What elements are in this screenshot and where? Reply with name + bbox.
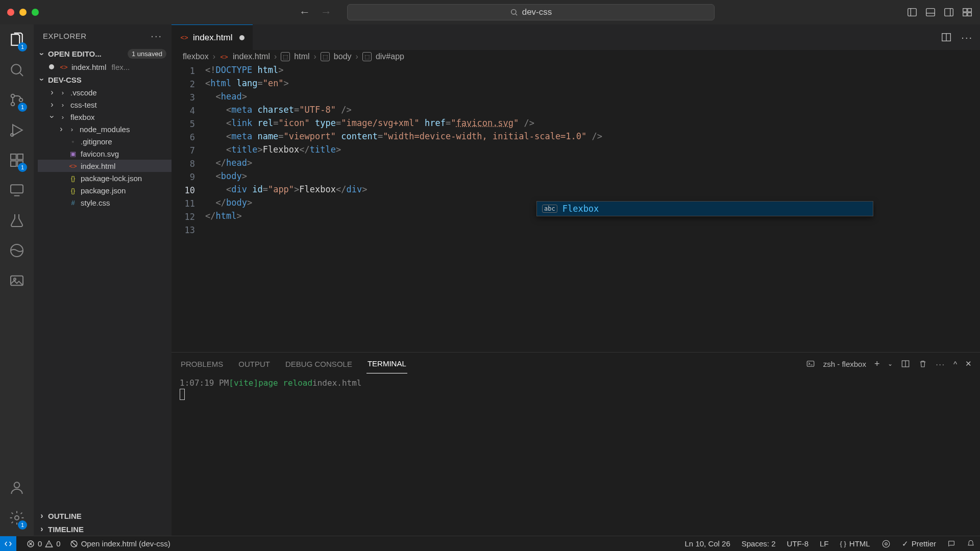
minimize-window-button[interactable]	[19, 9, 27, 16]
file-tree-item[interactable]: {}package-lock.json	[38, 172, 172, 184]
new-terminal-button[interactable]: +	[874, 359, 880, 369]
panel-tab-terminal[interactable]: TERMINAL	[366, 354, 407, 373]
extensions-icon[interactable]: 1	[9, 152, 25, 171]
eol[interactable]: LF	[820, 539, 829, 548]
nav-back-button[interactable]: ←	[299, 6, 310, 19]
file-tree-item[interactable]: #style.css	[38, 196, 172, 209]
code-editor[interactable]: 12345678910111213 <!DOCTYPE html><html l…	[172, 63, 980, 352]
breadcrumb-item[interactable]: html	[294, 52, 309, 61]
autocomplete-popup[interactable]: abc Flexbox	[536, 201, 873, 216]
cursor-position[interactable]: Ln 10, Col 26	[685, 539, 730, 548]
autocomplete-text: Flexbox	[562, 204, 599, 214]
workspace-header[interactable]: DEV-CSS	[34, 73, 172, 86]
feedback-icon[interactable]	[947, 540, 955, 548]
layout-sidebar-left-icon[interactable]	[906, 7, 918, 18]
file-tree-item[interactable]: ◦.gitignore	[38, 135, 172, 147]
file-tree-item[interactable]: ›flexbox	[38, 111, 172, 123]
prettier-item[interactable]: ✓ Prettier	[902, 539, 936, 548]
breadcrumb-item[interactable]: body	[334, 52, 352, 61]
folder-file-icon: ›	[58, 112, 67, 121]
language-mode[interactable]: { } HTML	[840, 539, 870, 548]
file-tree-item[interactable]: ▣favicon.svg	[38, 147, 172, 160]
remote-explorer-icon[interactable]	[9, 182, 25, 201]
run-debug-icon[interactable]	[9, 122, 25, 141]
file-name: style.css	[81, 198, 110, 207]
svg-point-12	[11, 64, 21, 74]
svg-rect-22	[11, 185, 23, 193]
panel-more-icon[interactable]: ···	[936, 360, 945, 368]
autocomplete-item[interactable]: abc Flexbox	[537, 202, 873, 216]
accounts-icon[interactable]	[9, 480, 25, 498]
open-editor-hint: flex...	[111, 63, 130, 71]
maximize-panel-icon[interactable]: ^	[953, 360, 957, 368]
encoding[interactable]: UTF-8	[787, 539, 808, 548]
window-controls	[7, 9, 39, 16]
folder-file-icon: ›	[58, 100, 67, 109]
html-file-icon: <>	[59, 62, 68, 71]
terminal-dropdown-icon[interactable]: ⌄	[888, 360, 893, 367]
panel-tab-debug[interactable]: DEBUG CONSOLE	[284, 355, 353, 373]
maximize-window-button[interactable]	[32, 9, 39, 16]
command-center-text: dev-css	[522, 7, 552, 17]
indentation[interactable]: Spaces: 2	[742, 539, 776, 548]
search-activity-icon[interactable]	[9, 62, 25, 81]
search-icon	[510, 8, 518, 16]
svg-rect-20	[11, 161, 16, 166]
file-tree-item[interactable]: ›css-test	[38, 98, 172, 111]
split-terminal-icon[interactable]	[901, 359, 910, 368]
file-tree-item[interactable]: <>index.html	[38, 160, 172, 172]
sidebar-more-button[interactable]: ···	[151, 30, 162, 42]
file-tree-item[interactable]: ›.vscode	[38, 86, 172, 98]
sidebar: EXPLORER ··· OPEN EDITO... 1 unsaved <> …	[34, 24, 172, 536]
editor-tab[interactable]: <> index.html	[172, 24, 253, 50]
svg-rect-9	[968, 9, 971, 12]
timeline-label: TIMELINE	[48, 525, 84, 534]
terminal-timestamp: 1:07:19 PM	[180, 378, 229, 388]
explorer-icon[interactable]: 1	[9, 32, 25, 51]
errors-item[interactable]: 0 0	[27, 539, 61, 548]
terminal-label[interactable]: zsh - flexbox	[823, 360, 866, 368]
svg-rect-8	[963, 9, 967, 12]
notifications-icon[interactable]	[967, 540, 975, 548]
scm-badge: 1	[18, 103, 27, 112]
panel-tab-problems[interactable]: PROBLEMS	[180, 355, 224, 373]
breadcrumbs[interactable]: flexbox › <> index.html › ⬚ html › ⬚ bod…	[172, 50, 980, 63]
remote-indicator[interactable]	[0, 536, 16, 551]
element-icon: ⬚	[362, 52, 372, 61]
breadcrumb-item[interactable]: flexbox	[183, 52, 209, 61]
svg-point-28	[15, 516, 19, 520]
layout-sidebar-right-icon[interactable]	[943, 7, 954, 18]
settings-gear-icon[interactable]: 1	[9, 510, 25, 529]
testing-icon[interactable]	[9, 212, 25, 231]
svg-rect-6	[945, 9, 953, 16]
close-panel-icon[interactable]: ✕	[965, 359, 972, 368]
file-tree-item[interactable]: {}package.json	[38, 184, 172, 196]
split-editor-icon[interactable]	[941, 32, 952, 43]
open-file-item[interactable]: Open index.html (dev-css)	[70, 539, 170, 548]
svg-point-27	[14, 482, 20, 488]
file-name: package.json	[81, 186, 126, 195]
live-preview-icon[interactable]	[881, 539, 891, 548]
source-control-icon[interactable]: 1	[9, 92, 25, 111]
terminal[interactable]: 1:07:19 PM [vite] page reload index.html	[172, 375, 980, 536]
open-editors-header[interactable]: OPEN EDITO... 1 unsaved	[34, 47, 172, 61]
terminal-vite-tag: [vite]	[229, 378, 258, 388]
outline-header[interactable]: OUTLINE	[34, 509, 172, 522]
tab-more-button[interactable]: ···	[961, 32, 973, 43]
file-tree-item[interactable]: ›node_modules	[38, 123, 172, 135]
layout-customize-icon[interactable]	[962, 7, 973, 18]
tab-modified-icon[interactable]	[239, 35, 244, 40]
command-center[interactable]: dev-css	[347, 4, 715, 20]
close-window-button[interactable]	[7, 9, 14, 16]
open-editor-item[interactable]: <> index.html flex...	[38, 61, 172, 73]
sidebar-title: EXPLORER	[43, 32, 87, 40]
layout-panel-icon[interactable]	[925, 7, 936, 18]
image-icon[interactable]	[9, 272, 25, 291]
nav-forward-button[interactable]: →	[321, 6, 332, 19]
delete-terminal-icon[interactable]	[918, 359, 927, 368]
breadcrumb-item[interactable]: div#app	[376, 52, 404, 61]
breadcrumb-item[interactable]: index.html	[233, 52, 270, 61]
edge-icon[interactable]	[9, 242, 25, 261]
panel-tab-output[interactable]: OUTPUT	[237, 355, 271, 373]
timeline-header[interactable]: TIMELINE	[34, 522, 172, 536]
